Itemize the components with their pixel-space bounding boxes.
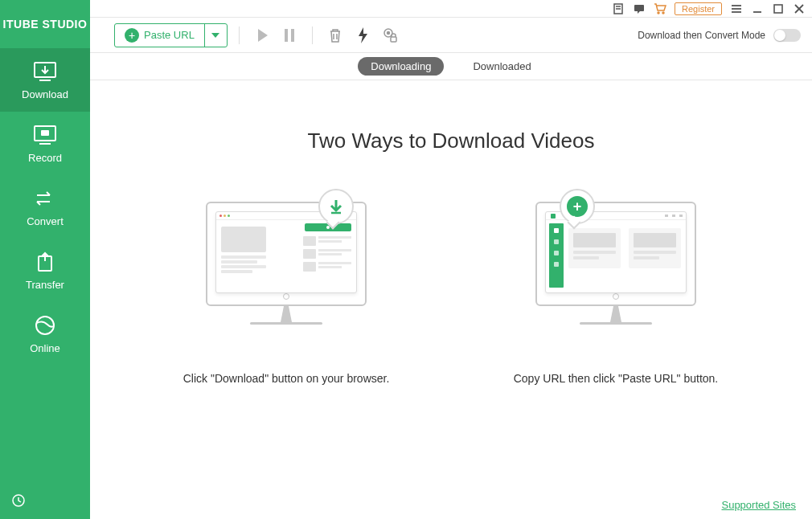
paste-url-dropdown[interactable] [204, 24, 227, 47]
method-browser: Click "Download" button on your browser. [182, 194, 391, 387]
maximize-icon[interactable] [772, 2, 785, 15]
turbo-icon[interactable] [351, 24, 374, 47]
download-arrow-icon [318, 189, 354, 224]
svg-rect-21 [285, 29, 288, 42]
sidebar-item-transfer[interactable]: Transfer [0, 239, 90, 302]
note-icon[interactable] [612, 2, 625, 15]
sidebar-item-online[interactable]: Online [0, 302, 90, 366]
method-paste-url: + Copy URL then click "Paste URL" button… [511, 194, 720, 387]
sidebar-item-label: Transfer [26, 279, 64, 291]
sidebar-item-label: Record [28, 152, 62, 164]
convert-mode-row: Download then Convert Mode [638, 29, 801, 42]
method-browser-illustration [198, 194, 375, 346]
minimize-icon[interactable] [751, 2, 764, 15]
convert-mode-toggle[interactable] [773, 29, 801, 42]
svg-point-13 [662, 12, 664, 14]
register-button[interactable]: Register [675, 2, 722, 15]
sidebar-item-convert[interactable]: Convert [0, 175, 90, 239]
paste-url-label: Paste URL [144, 29, 195, 41]
scheduler-icon[interactable] [0, 482, 90, 519]
supported-sites-link[interactable]: Supported Sites [721, 499, 796, 511]
tab-downloaded[interactable]: Downloaded [460, 57, 543, 76]
svg-rect-18 [774, 5, 782, 13]
online-icon [32, 315, 58, 336]
tab-downloading[interactable]: Downloading [358, 57, 444, 76]
svg-point-24 [387, 31, 389, 34]
paste-url-group: + Paste URL [114, 23, 228, 47]
convert-mode-label: Download then Convert Mode [638, 30, 765, 41]
toolbar: + Paste URL Download then Convert Mode [90, 18, 812, 53]
record-icon [32, 125, 58, 145]
methods-row: Click "Download" button on your browser. [182, 194, 720, 387]
content: Two Ways to Download Videos [90, 80, 812, 519]
pause-icon[interactable] [278, 24, 301, 47]
content-title: Two Ways to Download Videos [308, 129, 595, 153]
plus-circle-icon: + [560, 189, 595, 224]
paste-url-button[interactable]: + Paste URL [115, 24, 204, 47]
svg-point-6 [36, 317, 54, 334]
main: Register + Paste URL Download then Conve… [90, 0, 812, 519]
download-icon [32, 61, 58, 82]
sidebar-item-label: Convert [27, 215, 64, 227]
svg-rect-22 [291, 29, 294, 42]
method-paste-caption: Copy URL then click "Paste URL" button. [514, 370, 719, 387]
cart-icon[interactable] [654, 2, 666, 15]
svg-rect-25 [391, 37, 396, 42]
window-titlebar: Register [90, 0, 812, 18]
method-browser-caption: Click "Download" button on your browser. [183, 370, 390, 387]
sidebar-item-download[interactable]: Download [0, 48, 90, 112]
convert-icon [32, 188, 58, 209]
sidebar-item-label: Download [22, 88, 68, 100]
app-logo: ITUBE STUDIO [0, 0, 90, 48]
close-icon[interactable] [793, 2, 806, 15]
sidebar: ITUBE STUDIO Download Record Convert Tra… [0, 0, 90, 519]
play-icon[interactable] [251, 24, 273, 47]
plus-icon: + [125, 28, 139, 43]
menu-icon[interactable] [730, 2, 743, 15]
svg-rect-4 [41, 130, 49, 136]
trash-icon[interactable] [324, 24, 347, 47]
svg-point-12 [658, 12, 659, 14]
method-paste-illustration: + [527, 194, 704, 346]
tabs: Downloading Downloaded [90, 53, 812, 80]
sidebar-item-label: Online [30, 342, 60, 354]
settings-lock-icon[interactable] [379, 24, 401, 47]
feedback-icon[interactable] [633, 2, 646, 15]
sidebar-item-record[interactable]: Record [0, 112, 90, 175]
svg-rect-11 [634, 5, 644, 11]
transfer-icon [32, 251, 58, 272]
